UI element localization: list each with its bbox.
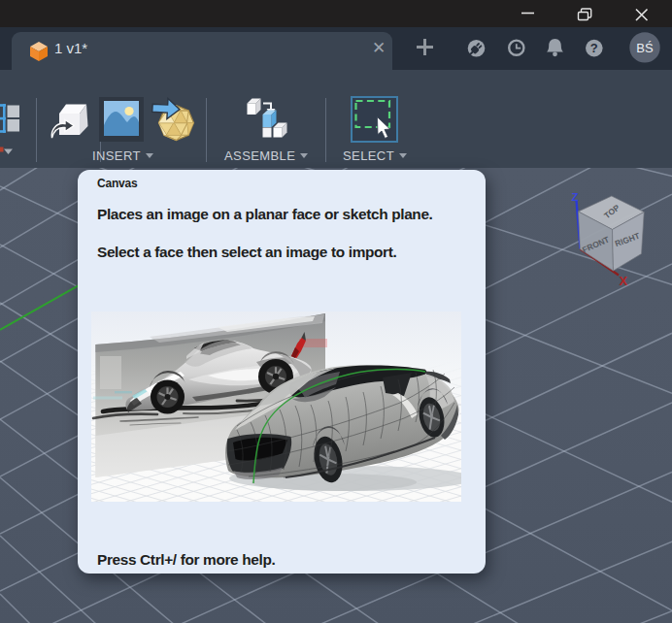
svg-text:X: X (620, 274, 628, 288)
svg-text:Z: Z (572, 191, 579, 203)
svg-text:?: ? (590, 41, 598, 55)
svg-text:BŚ: BŚ (636, 41, 654, 55)
